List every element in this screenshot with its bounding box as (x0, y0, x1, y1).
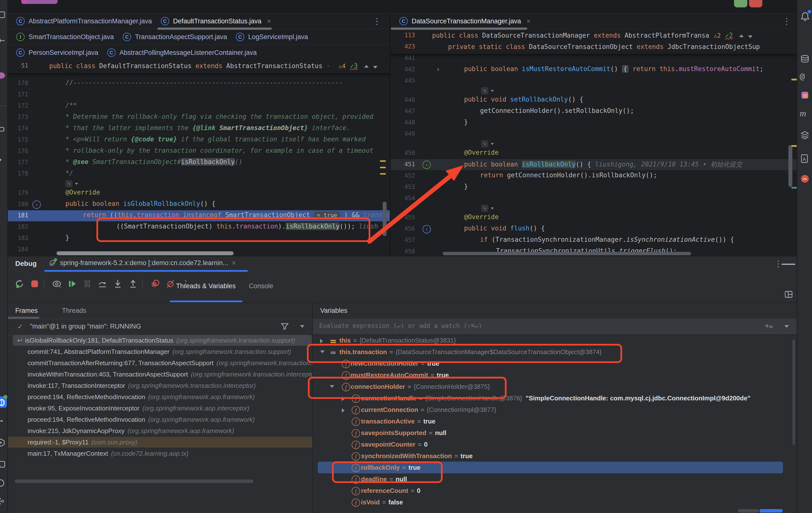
thread-selector[interactable]: ✓ "main"@1 in group "main": RUNNING (7, 319, 312, 336)
line-number[interactable]: 178 (7, 170, 28, 177)
right-editor-vscrollbar[interactable] (788, 145, 792, 187)
frame-row[interactable]: invoke:95, ExposeInvocationInterceptor(o… (7, 403, 312, 414)
frames-hscrollbar[interactable] (15, 480, 253, 483)
prev-problem-icon[interactable] (364, 65, 369, 68)
tab-console[interactable]: Console (249, 282, 273, 290)
left-strip-icon[interactable] (0, 36, 6, 47)
fold-arrow-icon[interactable]: › (436, 65, 440, 73)
window-button-green[interactable] (734, 0, 747, 7)
left-strip-icon[interactable] (0, 438, 6, 449)
line-number[interactable]: 172 (7, 102, 28, 109)
left-strip-icon[interactable] (0, 459, 6, 470)
line-number[interactable]: 170 (7, 80, 28, 87)
comment-fold-icon[interactable]: ✎ (481, 205, 495, 212)
step-into-icon[interactable] (112, 278, 124, 290)
right-strip-icon[interactable] (800, 130, 810, 141)
line-number[interactable]: 171 (7, 91, 28, 98)
line-number[interactable]: 176 (7, 147, 28, 154)
left-strip-icon[interactable] (0, 496, 6, 507)
frame-row[interactable]: proceed:194, ReflectiveMethodInvocation(… (7, 392, 312, 402)
line-number[interactable]: 175 (7, 136, 28, 143)
line-number[interactable]: 447 (390, 108, 415, 115)
left-strip-icon[interactable] (0, 10, 6, 21)
right-strip-icon[interactable] (800, 90, 810, 101)
line-number[interactable]: 184 (7, 246, 28, 253)
next-problem-icon[interactable] (373, 66, 377, 68)
left-strip-icon[interactable] (0, 478, 6, 489)
line-number[interactable]: 451 (390, 161, 415, 168)
add-watch-icon[interactable]: +∞ (765, 322, 773, 330)
right-strip-icon[interactable]: m (800, 108, 806, 118)
left-strip-icon[interactable] (0, 418, 6, 429)
tab-threads-variables[interactable]: Threads & Variables (176, 282, 236, 290)
right-strip-icon[interactable] (800, 54, 810, 65)
line-number[interactable]: 454 (390, 195, 415, 202)
next-problem-icon[interactable] (748, 35, 753, 38)
debug-panel-more-icon[interactable]: ⋮ (774, 259, 782, 268)
variable-row[interactable]: fisVoid=false (313, 497, 792, 508)
line-number[interactable]: 442 (390, 66, 415, 73)
right-editor-pane[interactable]: 113public class DataSourceTransactionMan… (390, 13, 797, 256)
rerun-debugger-icon[interactable] (13, 278, 25, 290)
filter-funnel-icon[interactable] (280, 321, 290, 332)
variable-row[interactable]: ftransactionActive=true (313, 416, 792, 427)
inspection-ok-badge[interactable]: ✓2 (725, 32, 733, 39)
override-gutter-icon[interactable]: ↑ (32, 200, 41, 209)
frame-row[interactable]: invoke:215, JdkDynamicAopProxy(org.sprin… (7, 425, 312, 436)
variables-hscrollbar-thumb[interactable] (759, 509, 783, 513)
tab-frames[interactable]: Frames (15, 307, 38, 315)
layout-settings-icon[interactable] (783, 289, 794, 301)
line-number[interactable]: 445 (390, 77, 415, 84)
pause-program-icon[interactable] (81, 278, 93, 290)
tab-threads[interactable]: Threads (62, 307, 86, 315)
step-out-icon[interactable] (127, 278, 139, 290)
evaluate-expression-bar[interactable]: Evaluate expression (↵) or add a watch (… (313, 319, 797, 335)
line-number[interactable]: 458 (390, 248, 415, 255)
frame-row[interactable]: ↩isGlobalRollbackOnly:181, DefaultTransa… (13, 335, 312, 346)
left-editor-hscrollbar[interactable] (57, 251, 234, 255)
line-number[interactable]: 182 (7, 223, 28, 230)
debug-panel-minimize-icon[interactable] (782, 264, 795, 265)
resume-program-icon[interactable] (66, 278, 78, 290)
chevron-right-icon[interactable] (342, 408, 345, 413)
chevron-down-icon[interactable] (300, 325, 304, 328)
chevron-down-icon[interactable] (784, 325, 789, 328)
window-button-red[interactable] (749, 0, 762, 7)
view-breakpoints-eye-icon[interactable] (51, 278, 63, 290)
line-number[interactable]: 181 (7, 212, 28, 219)
line-number[interactable]: 452 (390, 172, 415, 179)
right-strip-icon[interactable]: A (800, 153, 810, 165)
line-number[interactable]: 455 (390, 214, 415, 221)
line-number[interactable]: 446 (390, 96, 415, 103)
line-number[interactable]: 441 (390, 55, 415, 61)
line-number[interactable]: 449 (390, 130, 415, 137)
close-icon[interactable]: × (232, 259, 236, 267)
line-number[interactable]: 450 (390, 149, 415, 156)
debug-session-tab[interactable]: spring-framework-5.2.x:demo [:demo:cn.co… (48, 259, 236, 267)
warning-badge[interactable]: ⚠4 (338, 63, 346, 69)
frame-row[interactable]: main:17, TxManagerContext(cn.code72.lear… (7, 448, 312, 459)
comment-fold-icon[interactable]: ✎ (65, 180, 79, 187)
line-number[interactable]: 448 (390, 119, 415, 126)
left-strip-icon[interactable] (0, 155, 6, 166)
comment-fold-icon[interactable]: ✎ (481, 87, 495, 94)
frame-row[interactable]: commit:741, AbstractPlatformTransactionM… (7, 346, 312, 357)
warning-badge[interactable]: ⚠2 (714, 32, 721, 39)
prev-problem-icon[interactable] (739, 34, 744, 37)
variables-vscrollbar[interactable] (792, 339, 795, 445)
frames-tab-scrollbar[interactable] (7, 317, 39, 319)
step-over-icon[interactable] (97, 278, 109, 290)
line-number[interactable]: 177 (7, 159, 28, 166)
frame-row[interactable]: commitTransactionAfterReturning:677, Tra… (7, 358, 312, 368)
comment-fold-icon[interactable]: ✎ (481, 140, 495, 147)
line-number[interactable]: 174 (7, 125, 28, 132)
variables-hscrollbar-track[interactable] (738, 509, 759, 513)
override-gutter-icon[interactable]: ↑ (423, 225, 431, 233)
editor-split-divider[interactable] (390, 13, 390, 256)
line-number[interactable]: 180 (7, 201, 28, 207)
variable-row[interactable]: fsavepointsSupported=null (313, 427, 792, 439)
line-number[interactable]: 457 (390, 236, 415, 244)
line-number[interactable]: 453 (390, 183, 415, 190)
left-strip-icon[interactable] (0, 124, 6, 135)
variable-row[interactable]: fcurrentConnection={ConnectionImpl@3877} (313, 404, 792, 416)
